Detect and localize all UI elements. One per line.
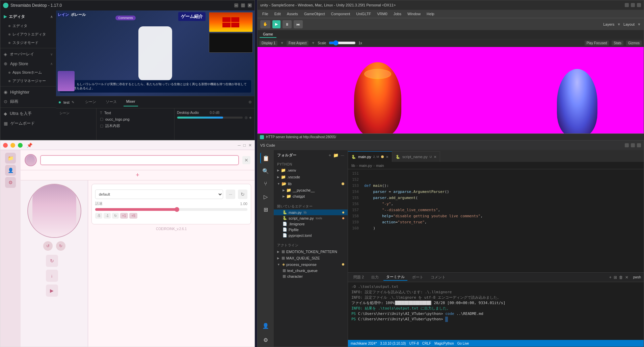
- breadcrumb-symbol[interactable]: main: [376, 164, 384, 168]
- folder-pycache[interactable]: ▶ 📁 __pycache__: [274, 187, 348, 193]
- tab-terminal[interactable]: ターミナル: [383, 274, 407, 281]
- unity-play-button[interactable]: ▶: [272, 20, 280, 28]
- search-activity-icon[interactable]: 🔍: [260, 166, 271, 176]
- source-logo[interactable]: ▢ oucc_logo.png: [98, 116, 173, 122]
- extensions-icon[interactable]: ⊞: [260, 204, 271, 215]
- tab-scene[interactable]: シーン: [82, 98, 99, 106]
- tab-output[interactable]: 出力: [369, 274, 381, 280]
- sidebar-item-app-manager[interactable]: アプリマネージャー: [0, 77, 56, 85]
- sidebar-item-ultra[interactable]: ◆ Ultra を入手: [0, 109, 56, 119]
- menu-vrm0[interactable]: VRM0: [374, 11, 390, 17]
- minus1-button[interactable]: -1: [104, 213, 111, 219]
- vtuber-rotate-icon[interactable]: ↻: [46, 255, 58, 267]
- unity-tool-hand[interactable]: ✋: [260, 20, 270, 28]
- vtuber-input-close[interactable]: ✕: [242, 156, 250, 164]
- rotate-left-button[interactable]: ↺: [43, 241, 53, 251]
- sidebar-item-editor[interactable]: エディタ: [0, 22, 56, 30]
- menu-help[interactable]: Help: [424, 11, 437, 17]
- display-selector[interactable]: Display 1: [260, 41, 277, 46]
- terminal-split-icon[interactable]: ⊞: [614, 275, 617, 280]
- vscode-minimize[interactable]: [625, 143, 629, 147]
- unity-maximize[interactable]: [631, 3, 635, 7]
- settings-icon[interactable]: ⚙: [5, 177, 16, 188]
- sidebar-item-record[interactable]: ⊙ 録画: [0, 97, 56, 106]
- settings-activity-icon[interactable]: ⚙: [260, 334, 271, 345]
- open-file-llmignore[interactable]: 📄 .llmignore: [274, 221, 348, 227]
- plus5-button[interactable]: +5: [129, 213, 137, 219]
- play-focused-btn[interactable]: Play Focused: [585, 41, 609, 46]
- plus1-button[interactable]: +1: [120, 213, 128, 219]
- open-file-pipfile[interactable]: 📄 Pipfile: [274, 227, 348, 232]
- menu-jobs[interactable]: Jobs: [391, 11, 404, 17]
- menu-component[interactable]: Component: [328, 11, 353, 17]
- unity-minimize[interactable]: [625, 3, 629, 7]
- folder-chatgpt[interactable]: ▶ 📁 chatgpt: [274, 193, 348, 199]
- add-button[interactable]: +: [136, 172, 139, 179]
- status-language[interactable]: MagicPython: [434, 342, 454, 345]
- terminal-close-icon[interactable]: ✕: [625, 275, 628, 280]
- unity-step-button[interactable]: ⏭: [294, 20, 303, 28]
- open-file-pyproject[interactable]: 📄 pyproject.toml: [274, 232, 348, 238]
- debug-icon[interactable]: ▷: [260, 191, 271, 202]
- tab-problems[interactable]: 問題 2: [351, 274, 367, 280]
- folder-lib[interactable]: ▼ 📂 lib: [274, 180, 348, 187]
- folder-venv[interactable]: ▶ 📁 .venv: [274, 167, 348, 174]
- vscode-close[interactable]: [637, 143, 641, 147]
- tab-source[interactable]: ソース: [103, 98, 119, 106]
- sidebar-item-appstore[interactable]: ⊕ App Store ∧: [0, 59, 56, 68]
- action-emotion[interactable]: ▶ ▦ EMOTION_TOKEN_PATTERN: [274, 248, 348, 255]
- menu-assets[interactable]: Assets: [284, 11, 301, 17]
- terminal-add-icon[interactable]: +: [609, 275, 612, 280]
- menu-edit[interactable]: Edit: [272, 11, 284, 17]
- sidebar-item-studio-mode[interactable]: スタジオモード: [0, 39, 56, 47]
- folder-icon[interactable]: 📁: [5, 153, 16, 164]
- mixer-bar[interactable]: [177, 117, 243, 119]
- menu-window[interactable]: Window: [405, 11, 423, 17]
- unity-close[interactable]: [637, 3, 641, 7]
- unity-pause-button[interactable]: ⏸: [283, 20, 292, 28]
- terminal-content[interactable]: -O .\tools\output.txt INFO: 設定ファイルを読み込んで…: [348, 282, 644, 340]
- tab-close-main[interactable]: ✕: [386, 155, 388, 159]
- breadcrumb-file[interactable]: main.py: [359, 164, 372, 168]
- menu-unigltf[interactable]: UniGLTF: [353, 11, 374, 17]
- tab-script-py[interactable]: 🐍 script_name.py U ✕: [392, 151, 440, 162]
- scale-slider[interactable]: [329, 40, 356, 46]
- status-branch[interactable]: machikane 2024*: [351, 342, 377, 345]
- breadcrumb-lib[interactable]: lib: [351, 164, 355, 168]
- tab-close-script[interactable]: ✕: [434, 155, 436, 159]
- tab-main-py[interactable]: 🐍 main.py 2, M ✕: [348, 151, 392, 162]
- rotate-right-button[interactable]: ↻: [56, 241, 65, 251]
- explorer-icon[interactable]: 📋: [260, 153, 271, 164]
- menu-file[interactable]: File: [260, 11, 271, 17]
- new-file-icon[interactable]: +: [329, 153, 331, 158]
- speed-slider[interactable]: [95, 208, 247, 211]
- sidebar-item-apps-home[interactable]: Apps Storeホーム: [0, 68, 56, 77]
- sidebar-item-highlighter[interactable]: ◉ Highlighter: [0, 88, 56, 97]
- voice-refresh-button[interactable]: ↻: [238, 190, 247, 199]
- pin-icon[interactable]: 📌: [27, 143, 32, 148]
- voice-dropdown[interactable]: default: [95, 190, 223, 199]
- minimize-button[interactable]: ─: [234, 3, 238, 7]
- vtuber-close-btn-title[interactable]: [3, 143, 8, 148]
- open-file-main[interactable]: 🐍 main.py lib: [274, 209, 348, 215]
- tab-mixer[interactable]: Mixer: [124, 98, 138, 106]
- gizmos-btn[interactable]: Gizmos: [626, 41, 642, 46]
- mixer-icon-1[interactable]: ◎: [245, 116, 248, 119]
- more-options-icon[interactable]: ···: [341, 153, 344, 158]
- vtuber-maximize-btn[interactable]: [18, 143, 23, 148]
- vtuber-play-icon[interactable]: ▶: [46, 284, 58, 297]
- terminal-trash-icon[interactable]: 🗑: [619, 275, 623, 280]
- vscode-maximize[interactable]: [631, 143, 635, 147]
- aspect-selector[interactable]: Free Aspect: [287, 41, 308, 46]
- vtuber-maximize-icon[interactable]: □: [243, 143, 246, 148]
- mixer-icon-2[interactable]: ◈: [249, 116, 252, 119]
- maximize-button[interactable]: □: [241, 3, 245, 7]
- account-icon[interactable]: 👤: [260, 320, 271, 331]
- action-maxqueue[interactable]: ▶ ▦ MAX_QUEUE_SIZE: [274, 255, 348, 261]
- tab-comments[interactable]: コメント: [428, 274, 448, 280]
- folder-vscode[interactable]: ▶ 📁 .vscode: [274, 174, 348, 180]
- vtuber-minimize-icon[interactable]: ─: [238, 143, 241, 148]
- git-icon[interactable]: ⑂: [260, 178, 271, 189]
- action-character[interactable]: ▦ character: [274, 273, 348, 279]
- people-icon[interactable]: 👤: [5, 165, 16, 176]
